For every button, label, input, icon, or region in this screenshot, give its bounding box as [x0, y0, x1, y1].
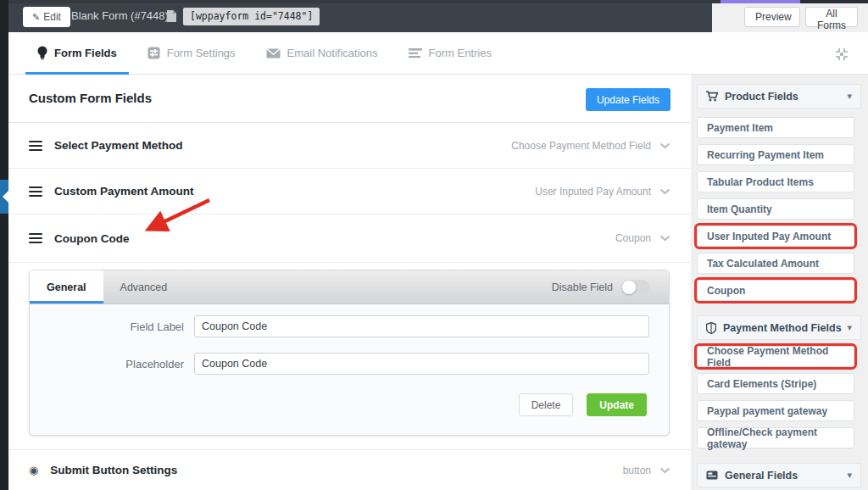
- field-row-select-payment-method[interactable]: Select Payment Method Choose Payment Met…: [8, 123, 691, 169]
- field-row-submit-button-settings[interactable]: ◉ Submit Button Settings button: [8, 449, 691, 490]
- sidebar-item-item-quantity[interactable]: Item Quantity: [697, 198, 854, 220]
- copy-shortcode-icon[interactable]: [166, 9, 177, 23]
- section-product-fields[interactable]: Product Fields ▾: [697, 84, 861, 109]
- field-label-setting: Field Label: [30, 315, 670, 337]
- editor-tab-header: General Advanced Disable Field: [30, 270, 669, 304]
- edit-button-label: Edit: [43, 11, 61, 23]
- envelope-icon: [266, 48, 281, 58]
- tab-email-notifications[interactable]: Email Notifications: [266, 32, 378, 75]
- field-row-label: Select Payment Method: [54, 139, 183, 152]
- field-label-input[interactable]: [194, 315, 649, 337]
- pencil-icon: ✎: [32, 12, 40, 23]
- disable-field-control: Disable Field: [552, 270, 669, 303]
- wp-admin-rail[interactable]: [0, 0, 8, 490]
- coupon-field-editor: General Advanced Disable Field Field Lab…: [29, 270, 670, 436]
- tab-label: Form Fields: [54, 47, 117, 59]
- sidebar-item-tabular-product-items[interactable]: Tabular Product Items: [697, 171, 854, 192]
- drag-handle-icon[interactable]: [29, 187, 42, 197]
- editor-tab-label: Advanced: [120, 281, 168, 293]
- field-row-coupon-code[interactable]: Coupon Code Coupon: [8, 214, 691, 263]
- sidebar-item-recurring-payment-item[interactable]: Recurring Payment Item: [697, 144, 854, 165]
- caret-down-icon: ▾: [847, 322, 852, 333]
- form-fields-panel: Custom Form Fields Update Fields Select …: [8, 75, 691, 490]
- chevron-down-icon[interactable]: [659, 467, 670, 474]
- bulb-icon: [37, 46, 47, 60]
- list-icon: [409, 48, 422, 58]
- editor-tab-label: General: [47, 281, 86, 293]
- tab-form-fields[interactable]: Form Fields: [37, 32, 117, 75]
- editor-tab-advanced[interactable]: Advanced: [103, 270, 185, 303]
- delete-button[interactable]: Delete: [519, 393, 574, 416]
- shield-icon: [706, 322, 716, 334]
- fullscreen-toggle-icon[interactable]: [834, 47, 849, 62]
- card-icon: [706, 471, 718, 480]
- placeholder-input[interactable]: [194, 353, 649, 375]
- all-forms-button[interactable]: All Forms: [805, 7, 858, 27]
- section-title: General Fields: [725, 470, 798, 482]
- cart-icon: [706, 91, 718, 102]
- setting-label: Field Label: [30, 320, 194, 333]
- page-title: Custom Form Fields: [29, 91, 152, 105]
- field-type-label: Coupon: [615, 232, 651, 244]
- chevron-down-icon[interactable]: [659, 142, 670, 149]
- disable-field-toggle[interactable]: [621, 280, 650, 295]
- field-type-label: User Inputed Pay Amount: [535, 186, 651, 198]
- editor-tabbar: Form Fields Form Settings Email Notifica…: [8, 32, 868, 75]
- sidebar-item-coupon[interactable]: Coupon: [697, 280, 854, 301]
- setting-label: Placeholder: [30, 358, 194, 370]
- toggle-knob: [622, 281, 636, 294]
- fields-sidebar: Product Fields ▾ Payment Item Recurring …: [697, 75, 861, 490]
- sidebar-item-user-inputed-pay-amount[interactable]: User Inputed Pay Amount: [697, 226, 854, 247]
- caret-down-icon: ▾: [847, 91, 852, 102]
- sidebar-item-choose-payment-method-field[interactable]: Choose Payment Method Field: [697, 346, 854, 367]
- chevron-down-icon[interactable]: [659, 188, 670, 195]
- sidebar-item-paypal-payment-gateway[interactable]: Paypal payment gateway: [697, 400, 854, 421]
- section-title: Product Fields: [725, 91, 798, 103]
- disable-field-label: Disable Field: [552, 281, 613, 293]
- tab-label: Form Entries: [429, 47, 492, 59]
- field-row-label: Submit Button Settings: [50, 464, 177, 476]
- editor-body: Field Label Placeholder Delete Update: [30, 304, 669, 436]
- sidebar-item-payment-item[interactable]: Payment Item: [697, 117, 854, 138]
- shortcode-chip[interactable]: [wppayform id="7448"]: [183, 8, 320, 25]
- tab-label: Email Notifications: [287, 47, 378, 59]
- caret-down-icon: ▾: [847, 470, 852, 481]
- section-payment-method-fields[interactable]: Payment Method Fields ▾: [697, 315, 861, 340]
- field-row-custom-payment-amount[interactable]: Custom Payment Amount User Inputed Pay A…: [8, 169, 691, 214]
- drag-handle-icon[interactable]: [29, 141, 42, 151]
- update-fields-button[interactable]: Update Fields: [586, 88, 670, 111]
- drag-handle-icon[interactable]: [29, 233, 42, 243]
- form-title: Blank Form (#7448): [71, 0, 169, 32]
- chevron-up-icon[interactable]: [659, 235, 670, 242]
- editor-actions: Delete Update: [519, 393, 647, 416]
- topbar: ✎ Edit Blank Form (#7448) [wppayform id=…: [0, 0, 868, 32]
- sidebar-item-tax-calculated-amount[interactable]: Tax Calculated Amount: [697, 253, 854, 274]
- editor-tab-general[interactable]: General: [30, 270, 103, 303]
- panel-header: Custom Form Fields Update Fields: [8, 75, 691, 123]
- field-row-label: Coupon Code: [54, 232, 129, 245]
- preview-button[interactable]: Preview: [744, 7, 800, 27]
- tab-form-entries[interactable]: Form Entries: [409, 32, 492, 75]
- update-button[interactable]: Update: [587, 393, 647, 416]
- settings-icon: [147, 47, 160, 59]
- edit-button[interactable]: ✎ Edit: [23, 7, 70, 27]
- sidebar-item-offline-check-payment-gateway[interactable]: Offline/Check payment gateway: [697, 427, 854, 448]
- tab-label: Form Settings: [167, 47, 236, 59]
- radio-target-icon: ◉: [29, 465, 38, 476]
- sidebar-item-card-elements-stripe[interactable]: Card Elements (Stripe): [697, 373, 854, 394]
- placeholder-setting: Placeholder: [30, 353, 670, 375]
- field-type-label: Choose Payment Method Field: [511, 140, 651, 152]
- section-title: Payment Method Fields: [723, 322, 842, 334]
- rail-notch-arrow: [3, 191, 8, 203]
- tab-form-settings[interactable]: Form Settings: [147, 32, 236, 75]
- section-general-fields[interactable]: General Fields ▾: [697, 463, 861, 487]
- field-type-label: button: [623, 465, 651, 476]
- field-row-label: Custom Payment Amount: [54, 185, 194, 198]
- wp-admin-active-menu-marker[interactable]: [0, 180, 8, 214]
